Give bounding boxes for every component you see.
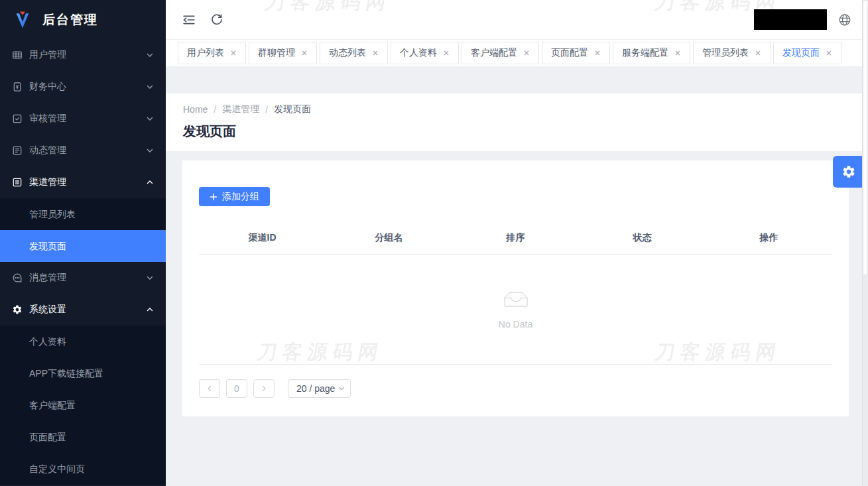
chevron-down-icon (146, 274, 154, 282)
tab-server-config[interactable]: 服务端配置 (613, 42, 690, 64)
sidebar-item-message-management[interactable]: 消息管理 (0, 262, 166, 294)
sidebar-item-feed-management[interactable]: 动态管理 (0, 135, 166, 166)
theme-settings-button[interactable] (833, 156, 865, 188)
close-icon[interactable] (230, 50, 237, 56)
empty-state-text: No Data (499, 319, 532, 330)
tab-feed-list[interactable]: 动态列表 (320, 42, 388, 64)
grid-icon (12, 50, 23, 60)
app-root: 后台管理 用户管理 财务中心 审核管理 (0, 0, 868, 486)
sidebar-item-channel-management[interactable]: 渠道管理 (0, 166, 166, 198)
page-size-select[interactable]: 20 / page (288, 379, 351, 398)
pagination: 0 20 / page (199, 379, 832, 398)
chevron-down-icon (146, 115, 154, 123)
sidebar-item-label: 消息管理 (29, 272, 146, 284)
channel-submenu: 管理员列表 发现页面 (0, 198, 166, 262)
sidebar-menu: 用户管理 财务中心 审核管理 动态 (0, 39, 166, 485)
chevron-left-icon (206, 385, 213, 392)
add-group-button[interactable]: 添加分组 (199, 187, 270, 206)
breadcrumb-separator: / (265, 104, 268, 115)
finance-icon (12, 82, 23, 92)
sidebar-item-admin-list[interactable]: 管理员列表 (0, 198, 166, 230)
globe-language-icon[interactable] (837, 13, 852, 27)
logo: 后台管理 (0, 0, 166, 39)
tab-client-config[interactable]: 客户端配置 (462, 42, 539, 64)
sidebar-item-page-config[interactable]: 页面配置 (0, 421, 166, 453)
sidebar-item-app-download-link-config[interactable]: APP下载链接配置 (0, 357, 166, 389)
breadcrumb-current: 发现页面 (274, 103, 311, 115)
tab-group-chat-management[interactable]: 群聊管理 (249, 42, 317, 64)
sidebar-item-label: 动态管理 (29, 145, 146, 156)
top-bar (166, 0, 868, 40)
settings-submenu: 个人资料 APP下载链接配置 客户端配置 页面配置 自定义中间页 (0, 326, 166, 485)
column-header-group-name: 分组名 (326, 232, 452, 244)
column-header-status: 状态 (579, 232, 706, 244)
close-icon[interactable] (826, 50, 832, 56)
sidebar-item-label: 财务中心 (29, 81, 146, 93)
audit-icon (12, 113, 23, 124)
chevron-down-icon (146, 83, 154, 91)
pagination-next-button[interactable] (253, 379, 275, 398)
chevron-down-icon (338, 385, 345, 392)
plus-icon (210, 193, 217, 201)
tab-discovery-page[interactable]: 发现页面 (773, 42, 841, 64)
sidebar-item-discovery-page[interactable]: 发现页面 (0, 230, 166, 262)
logo-icon (12, 9, 33, 30)
close-icon[interactable] (594, 50, 601, 56)
channel-icon (12, 177, 23, 188)
close-icon[interactable] (674, 50, 681, 56)
scrollbar-thumb[interactable] (863, 0, 868, 275)
sidebar-item-system-settings[interactable]: 系统设置 (0, 294, 166, 326)
page-title: 发现页面 (183, 123, 868, 141)
close-icon[interactable] (301, 50, 308, 56)
sidebar-item-audit-management[interactable]: 审核管理 (0, 103, 166, 135)
close-icon[interactable] (443, 50, 450, 56)
column-header-actions: 操作 (706, 232, 832, 244)
sidebar-item-custom-middle-page[interactable]: 自定义中间页 (0, 453, 166, 485)
chevron-right-icon (261, 385, 267, 392)
pagination-current-page[interactable]: 0 (226, 379, 247, 398)
sidebar-item-label: 审核管理 (29, 113, 146, 125)
close-icon[interactable] (523, 50, 530, 56)
gear-icon (12, 304, 23, 315)
sidebar-item-profile[interactable]: 个人资料 (0, 326, 166, 357)
tab-page-config[interactable]: 页面配置 (542, 42, 610, 64)
page-size-value: 20 / page (296, 383, 335, 394)
sidebar-item-label: 用户管理 (29, 49, 146, 61)
main-card: 添加分组 渠道ID 分组名 排序 状态 操作 No Data (182, 160, 849, 416)
breadcrumb-home[interactable]: Home (183, 104, 208, 115)
chevron-down-icon (146, 51, 154, 59)
sidebar: 后台管理 用户管理 财务中心 审核管理 (0, 0, 166, 486)
chevron-up-icon (146, 178, 154, 186)
user-account-block[interactable] (754, 9, 827, 30)
tab-admin-list[interactable]: 管理员列表 (693, 42, 771, 64)
refresh-icon[interactable] (210, 13, 224, 27)
close-icon[interactable] (372, 50, 379, 56)
tab-profile[interactable]: 个人资料 (391, 42, 459, 64)
close-icon[interactable] (755, 50, 761, 56)
vertical-scrollbar (862, 0, 868, 486)
sidebar-item-finance-center[interactable]: 财务中心 (0, 71, 166, 103)
sidebar-item-label: 渠道管理 (29, 176, 146, 188)
pagination-prev-button[interactable] (199, 379, 220, 398)
breadcrumb: Home / 渠道管理 / 发现页面 (183, 103, 868, 115)
empty-box-icon (500, 289, 532, 310)
chevron-up-icon (146, 306, 154, 314)
column-header-channel-id: 渠道ID (199, 232, 326, 244)
breadcrumb-separator: / (214, 104, 216, 115)
sidebar-item-label: 系统设置 (29, 304, 146, 316)
gear-icon (841, 164, 856, 179)
breadcrumb-band: Home / 渠道管理 / 发现页面 发现页面 (166, 93, 868, 151)
table-header-row: 渠道ID 分组名 排序 状态 操作 (199, 221, 832, 255)
message-icon (12, 273, 23, 283)
sidebar-item-user-management[interactable]: 用户管理 (0, 39, 166, 71)
collapse-menu-icon[interactable] (182, 13, 196, 27)
empty-state: No Data (199, 255, 832, 365)
column-header-sort: 排序 (452, 232, 579, 244)
add-group-button-label: 添加分组 (222, 191, 259, 203)
open-tabs-bar: 用户列表 群聊管理 动态列表 个人资料 客户端配置 页面配置 服务端配置 管理 (166, 40, 868, 66)
chevron-down-icon (146, 147, 154, 154)
feed-icon (12, 145, 23, 156)
sidebar-item-client-config[interactable]: 客户端配置 (0, 389, 166, 421)
tab-user-list[interactable]: 用户列表 (178, 42, 246, 64)
breadcrumb-channel-management[interactable]: 渠道管理 (222, 103, 259, 115)
